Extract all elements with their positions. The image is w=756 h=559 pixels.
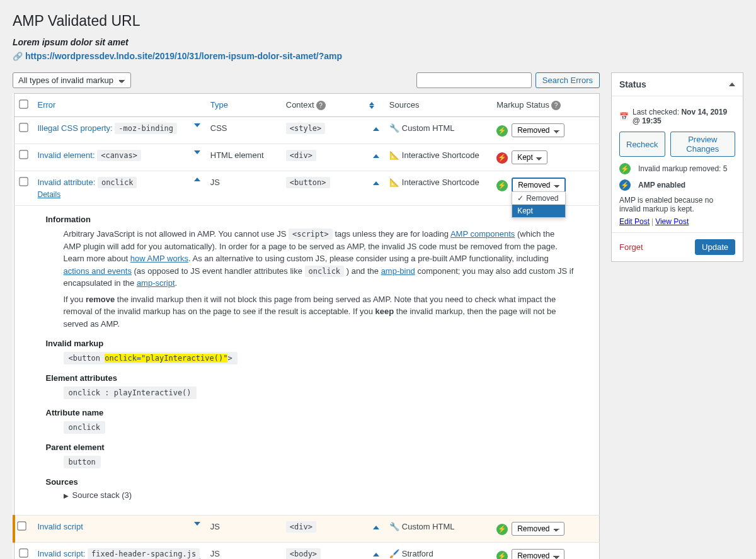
context-arrow-icon[interactable]	[373, 181, 379, 185]
error-title[interactable]: Invalid element:	[38, 150, 95, 160]
removed-bolt-icon: ⚡	[619, 163, 631, 174]
error-context: <div>	[286, 521, 316, 533]
link-amp-components[interactable]: AMP components	[450, 229, 515, 239]
link-icon: 🔗	[13, 52, 23, 61]
help-icon[interactable]: ?	[316, 101, 326, 110]
removed-count: Invalid markup removed: 5	[638, 164, 727, 173]
element-attributes-value: onclick : playInteractive()	[64, 387, 197, 399]
context-arrow-icon[interactable]	[373, 127, 379, 131]
link-amp-bind[interactable]: amp-bind	[381, 266, 415, 276]
attribute-name-value: onclick	[64, 421, 106, 434]
error-code: <canvas>	[97, 150, 141, 161]
toggle-arrow-icon[interactable]	[194, 178, 200, 181]
edit-post-link[interactable]: Edit Post	[619, 217, 650, 226]
row-checkbox[interactable]	[17, 521, 26, 530]
amp-enabled: AMP enabled	[638, 181, 685, 189]
status-select[interactable]: Removed	[512, 549, 564, 559]
source-stack[interactable]: Source stack (3)	[72, 490, 132, 500]
toggle-arrow-icon[interactable]	[194, 150, 200, 154]
preview-changes-button[interactable]: Preview Changes	[670, 132, 735, 157]
status-option-removed[interactable]: ✓Removed	[512, 192, 565, 205]
disclosure-icon[interactable]: ▶	[64, 492, 69, 499]
error-code: fixed-header-spacing.js	[88, 548, 200, 559]
row-checkbox[interactable]	[19, 123, 28, 132]
status-select[interactable]: Kept	[512, 150, 547, 164]
error-title[interactable]: Illegal CSS property:	[38, 123, 113, 133]
status-select[interactable]: Removed	[512, 123, 564, 137]
error-type: JS	[205, 171, 281, 206]
view-post-link[interactable]: View Post	[655, 217, 689, 226]
link-how-amp-works[interactable]: how AMP works	[130, 254, 188, 263]
forget-link[interactable]: Forget	[619, 242, 643, 252]
source-name: Interactive Shortcode	[402, 150, 479, 160]
error-row: Illegal CSS property: -moz-bindingCSS<st…	[14, 117, 600, 144]
info-text: Arbitrary JavaScript is not allowed in A…	[64, 228, 575, 290]
source-name: Stratford	[402, 549, 433, 558]
col-status: Markup Status	[496, 100, 549, 110]
status-heading: Status	[619, 79, 646, 89]
source-icon: 🔧	[389, 123, 399, 133]
row-checkbox[interactable]	[19, 177, 28, 186]
toggle-arrow-icon[interactable]	[194, 522, 200, 526]
info-text-2: If you remove the invalid markup then it…	[64, 293, 575, 330]
context-arrow-icon[interactable]	[373, 154, 379, 158]
parent-element-value: button	[64, 456, 101, 468]
error-row: Invalid element: <canvas>HTML element<di…	[14, 144, 600, 171]
link-actions-events[interactable]: actions and events	[64, 266, 132, 276]
status-select[interactable]: Removed	[512, 178, 566, 193]
invalid-markup-heading: Invalid markup	[46, 339, 575, 348]
error-title[interactable]: Invalid script	[38, 522, 83, 531]
error-code: -moz-binding	[115, 123, 177, 134]
validated-url-link[interactable]: https://wordpressdev.lndo.site/2019/10/3…	[25, 51, 342, 61]
context-arrow-icon[interactable]	[373, 553, 379, 556]
error-type: HTML element	[205, 144, 281, 171]
chevron-up-icon[interactable]	[729, 82, 735, 86]
last-checked-label: Last checked:	[633, 108, 681, 116]
parent-element-heading: Parent element	[46, 443, 575, 452]
status-option-kept[interactable]: Kept	[512, 205, 565, 217]
context-arrow-icon[interactable]	[373, 526, 379, 529]
attribute-name-heading: Attribute name	[46, 408, 575, 417]
col-type[interactable]: Type	[210, 100, 228, 110]
search-input[interactable]	[416, 72, 532, 88]
col-error[interactable]: Error	[38, 100, 56, 110]
error-context: <body>	[286, 548, 321, 559]
details-link[interactable]: Details	[38, 190, 61, 199]
error-context: <div>	[286, 150, 316, 161]
error-type: JS	[205, 516, 281, 543]
error-title[interactable]: Invalid script:	[38, 549, 86, 558]
source-name: Custom HTML	[402, 123, 455, 133]
source-icon: 🖌️	[389, 549, 399, 558]
select-all-checkbox[interactable]	[19, 99, 28, 108]
row-checkbox[interactable]	[19, 150, 28, 159]
error-code: onclick	[98, 177, 137, 188]
sort-icon[interactable]	[369, 102, 374, 109]
status-bolt-icon: ⚡	[496, 125, 508, 137]
error-title[interactable]: Invalid attribute:	[38, 178, 96, 187]
amp-reason: AMP is enabled because no invalid markup…	[619, 196, 735, 213]
source-icon: 📐	[389, 150, 399, 160]
source-name: Interactive Shortcode	[402, 178, 479, 187]
amp-bolt-icon: ⚡	[619, 179, 631, 191]
status-menu: ✓RemovedKept	[512, 191, 566, 218]
filter-markup-type[interactable]: All types of invalid markup	[13, 72, 131, 88]
recheck-button[interactable]: Recheck	[619, 132, 665, 157]
error-details-row: InformationArbitrary JavaScript is not a…	[14, 206, 600, 516]
status-select[interactable]: Removed	[512, 522, 564, 536]
update-button[interactable]: Update	[695, 239, 735, 255]
post-title: Lorem ipsum dolor sit amet	[13, 37, 743, 47]
info-heading: Information	[46, 215, 575, 224]
help-icon[interactable]: ?	[551, 101, 561, 110]
toggle-arrow-icon[interactable]	[194, 123, 200, 127]
source-icon: 🔧	[389, 522, 399, 531]
row-checkbox[interactable]	[19, 548, 28, 557]
status-bolt-icon: ⚡	[496, 152, 508, 164]
error-row: Invalid attribute: onclickDetailsJS<butt…	[14, 171, 600, 206]
source-name: Custom HTML	[402, 522, 455, 531]
error-type: CSS	[205, 117, 281, 144]
calendar-icon: 📅	[619, 112, 629, 121]
search-button[interactable]: Search Errors	[536, 72, 600, 88]
sources-heading: Sources	[46, 477, 575, 487]
link-amp-script[interactable]: amp-script	[137, 278, 175, 288]
error-context: <style>	[286, 123, 326, 134]
